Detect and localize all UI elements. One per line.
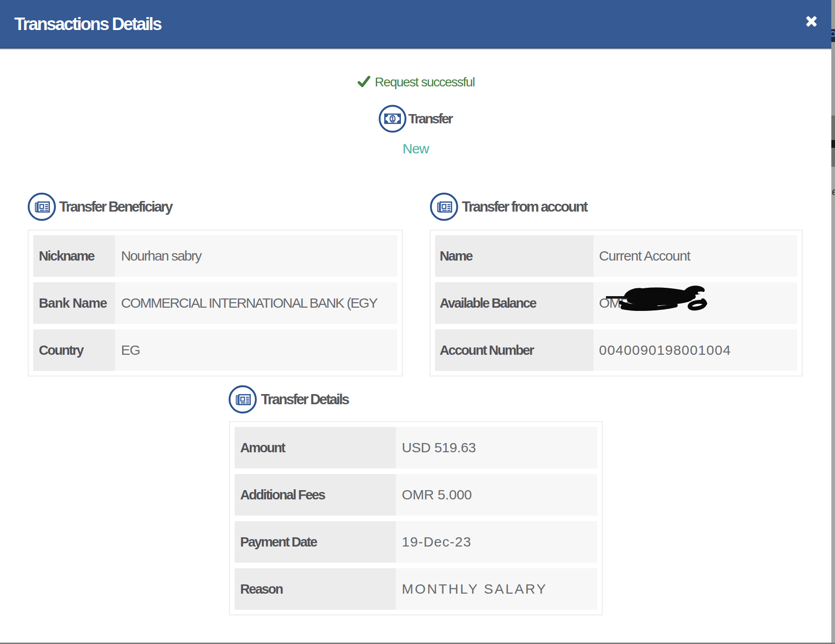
svg-text:1: 1 xyxy=(391,115,394,122)
